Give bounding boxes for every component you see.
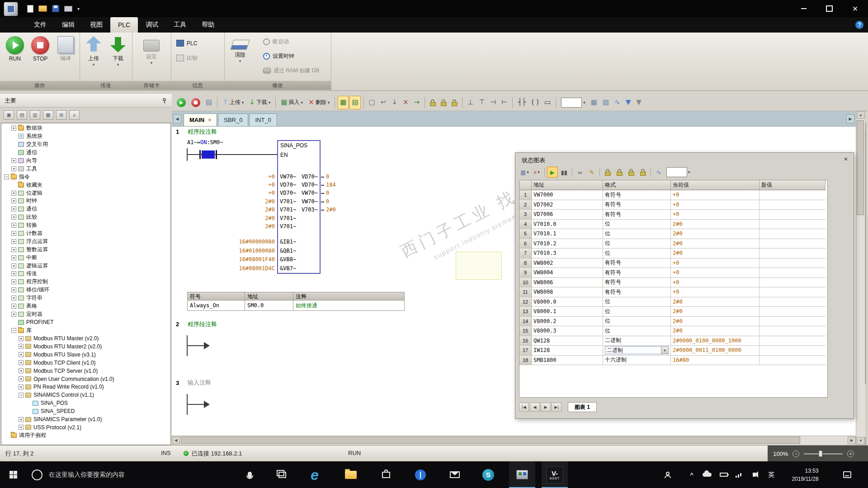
tree-item[interactable]: −库 [1, 326, 170, 334]
expand-icon[interactable]: + [11, 247, 16, 252]
last-chart-icon[interactable]: ▶| [552, 403, 561, 412]
expand-icon[interactable]: + [11, 312, 16, 317]
tree-item[interactable]: +整数运算 [1, 245, 170, 253]
expand-icon[interactable]: + [19, 352, 24, 357]
tree-item[interactable]: +USS Protocol (v2.1) [1, 423, 170, 432]
edge-button[interactable] [302, 461, 327, 488]
taskbar-search-input[interactable]: 在这里输入你要搜索的内容 [49, 461, 125, 488]
combo-dropdown-icon[interactable]: ▼ [661, 347, 668, 354]
scroll-left-icon[interactable]: ◀ [172, 436, 180, 444]
tree-item[interactable]: +中断 [1, 253, 170, 262]
box-tool-icon[interactable]: ▭ [542, 96, 553, 109]
network-comment[interactable]: 程序段注释 [188, 320, 217, 328]
undo-icon[interactable]: ↩ [378, 96, 389, 109]
expand-icon[interactable]: + [19, 417, 24, 422]
tree-item[interactable]: +表格 [1, 302, 170, 310]
insert-button[interactable]: ▦插入▾ [278, 96, 305, 109]
vertical-scroll-thumb[interactable] [857, 120, 864, 215]
tree-item[interactable]: SINA_POS [1, 399, 170, 407]
plc-info-button[interactable]: PLC [176, 40, 197, 47]
new-value-cell[interactable] [760, 326, 826, 336]
new-value-cell[interactable] [760, 249, 826, 258]
horizontal-scrollbar[interactable]: ◀ ▶ [172, 436, 856, 445]
vasst-app-button[interactable]: V- ASST [542, 461, 568, 488]
format-cell[interactable]: 位 [603, 249, 671, 258]
scroll-right-icon[interactable]: ▶ [848, 436, 856, 444]
new-value-cell[interactable] [760, 200, 826, 210]
open-icon[interactable] [38, 5, 47, 12]
expand-icon[interactable]: + [11, 239, 16, 244]
split-view-icon[interactable]: ⊞ [56, 110, 66, 120]
expand-icon[interactable]: + [11, 158, 16, 163]
tab-scroll-right-icon[interactable]: ▶ [846, 114, 854, 123]
expand-icon[interactable]: + [11, 166, 16, 171]
horizontal-scroll-thumb[interactable] [181, 436, 800, 444]
tree-item[interactable]: +工具 [1, 164, 170, 173]
address-cell[interactable]: IW128 [532, 346, 603, 356]
minimize-button[interactable] [791, 0, 816, 17]
expand-icon[interactable]: + [19, 425, 24, 430]
force-icon[interactable] [428, 96, 438, 109]
symbol-table-row[interactable]: Always_On SM0.0 始终接通 [187, 300, 405, 311]
current-value-cell[interactable]: 2#0000_0100_0000_1000 [671, 336, 760, 346]
address-combo[interactable]: ▾ [559, 96, 588, 109]
unforce-icon[interactable] [439, 96, 448, 109]
address-cell[interactable]: SMB1800 [532, 356, 603, 366]
edit-table-icon[interactable]: ▧ [600, 96, 611, 109]
address-cell[interactable]: V8000.2 [532, 317, 603, 327]
current-value-cell[interactable]: +0 [671, 200, 760, 210]
network-comment[interactable]: 程序段注释 [188, 128, 217, 136]
menu-edit[interactable]: 编辑 [54, 17, 82, 33]
clock-tray[interactable]: 13:53 2019/11/28 [780, 461, 830, 488]
format-combo[interactable]: 二进制▼ [605, 346, 669, 354]
current-value-cell[interactable]: 2#0 [671, 326, 760, 336]
expand-icon[interactable]: + [19, 360, 24, 365]
stop-icon[interactable]: ■ [189, 96, 203, 109]
compile-icon[interactable]: ▤ [203, 96, 214, 109]
current-value-cell[interactable]: +0 [671, 278, 760, 288]
expand-icon[interactable]: + [19, 376, 24, 381]
qat-dropdown-icon[interactable]: ▾ [77, 6, 80, 11]
language-indicator[interactable]: 英 [764, 461, 778, 488]
tree-item[interactable]: +Modbus RTU Master2 (v2.0) [1, 343, 170, 351]
zoom-slider-thumb[interactable] [819, 450, 822, 457]
address-cell[interactable]: V7010.0 [532, 220, 603, 230]
zoom-slider[interactable] [804, 453, 843, 455]
run-button[interactable]: RUN [3, 36, 27, 62]
prev-chart-icon[interactable]: ◀ [530, 403, 540, 412]
format-cell[interactable]: 有符号 [603, 200, 671, 210]
address-cell[interactable]: QW128 [532, 336, 603, 346]
columns-view-icon[interactable]: ▥ [30, 110, 40, 120]
tree-item[interactable]: −指令 [1, 173, 170, 181]
new-value-cell[interactable] [760, 356, 826, 366]
current-value-cell[interactable]: +0 [671, 287, 760, 297]
dropdown-icon[interactable]: ▾ [583, 100, 585, 105]
expand-icon[interactable]: + [19, 385, 24, 389]
collapse-icon[interactable]: − [4, 174, 9, 179]
address-cell[interactable]: V8000.3 [532, 326, 603, 336]
dropdown-icon[interactable]: ▾ [538, 170, 540, 174]
tree-item[interactable]: +Modbus RTU Master (v2.0) [1, 334, 170, 343]
apply-edit-icon[interactable]: → [412, 96, 422, 109]
address-cell[interactable]: VW8008 [532, 287, 603, 297]
action-center-button[interactable] [837, 461, 857, 488]
new-value-cell[interactable] [760, 346, 826, 356]
format-cell[interactable]: 有符号 [603, 287, 671, 297]
format-cell[interactable]: 位 [603, 317, 671, 327]
battery-tray-icon[interactable] [717, 461, 730, 488]
mail-button[interactable] [442, 461, 467, 488]
dropdown-icon[interactable]: ▾ [242, 100, 244, 105]
pin-icon[interactable] [162, 98, 167, 103]
selected-contact[interactable] [202, 150, 215, 159]
address-cell[interactable]: VW8006 [532, 278, 603, 288]
warm-start-button[interactable]: 暖启动 [263, 38, 289, 46]
expand-icon[interactable]: + [11, 296, 16, 300]
tree-item[interactable]: 系统块 [1, 132, 170, 141]
menu-tools[interactable]: 工具 [166, 17, 194, 33]
siemens-app-button[interactable] [476, 461, 501, 488]
tree-item[interactable]: +Modbus TCP Server (v1.0) [1, 367, 170, 375]
help-icon[interactable]: ? [855, 21, 863, 29]
download-button[interactable]: ↓下载▾ [247, 96, 273, 109]
current-value-cell[interactable]: 2#0 [671, 297, 760, 307]
format-cell[interactable]: 位 [603, 220, 671, 230]
